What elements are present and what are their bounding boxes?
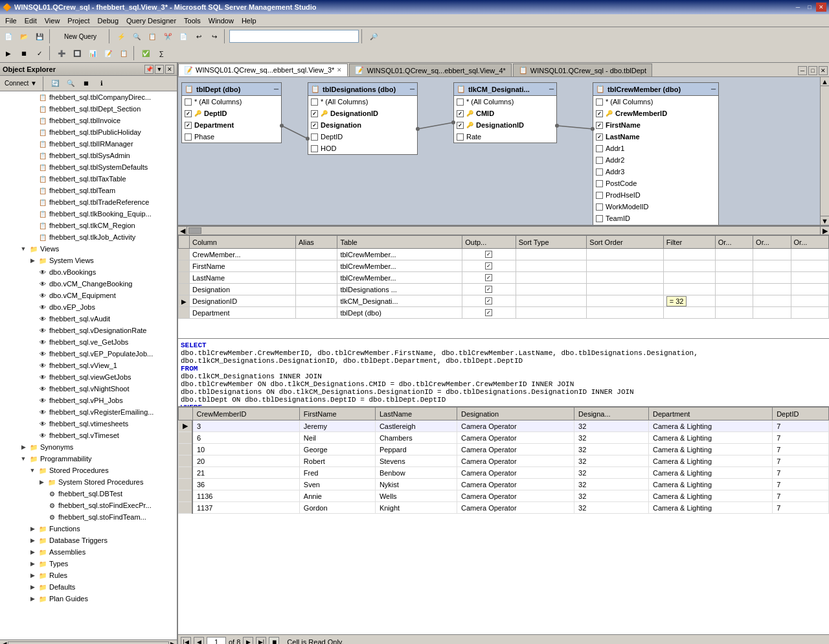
tree-item[interactable]: ⚙fhebbert_sql.stoFindTeam... [0, 511, 177, 523]
cell-lastname[interactable]: Wells [375, 490, 457, 502]
table-close-btn[interactable]: ─ [549, 86, 554, 93]
grid-cell-or1[interactable] [715, 295, 753, 307]
grid-cell-output[interactable] [462, 284, 516, 295]
grid-cell-output[interactable] [462, 295, 516, 307]
tree-item[interactable]: 👁dbo.vCM_Equipment [0, 290, 177, 301]
tree-item[interactable]: ▶📁Types [0, 558, 177, 569]
tree-expander[interactable] [27, 232, 38, 242]
grid-cell-column[interactable]: LastName [190, 272, 296, 284]
grid-cell-table[interactable]: tlkCM_Designati... [337, 295, 462, 307]
tree-item[interactable]: ▶📁System Views [0, 255, 177, 266]
diagram-scroll-left[interactable]: ◀ [178, 226, 187, 235]
cell-crewmemberid[interactable]: 10 [192, 444, 299, 455]
grid-cell-or2[interactable] [753, 295, 791, 307]
grid-cell-alias[interactable] [295, 307, 337, 319]
tree-expander[interactable] [27, 430, 38, 441]
output-checkbox[interactable] [485, 262, 492, 270]
tree-expander[interactable] [27, 337, 38, 347]
table-col-ProdHseID[interactable]: ProdHseID [593, 189, 718, 201]
col-checkbox[interactable] [596, 168, 603, 176]
tree-expander[interactable] [27, 372, 38, 382]
tb-parse-button[interactable]: ✓ [32, 46, 47, 60]
diagram-scroll-right[interactable]: ▶ [820, 226, 829, 235]
tree-expander[interactable] [27, 407, 38, 417]
col-checkbox[interactable] [457, 122, 464, 129]
cell-lastname[interactable]: Benbow [375, 467, 457, 479]
tree-item[interactable]: ▶📁Plan Guides [0, 593, 177, 604]
tree-expander[interactable] [27, 267, 38, 277]
nav-stop-button[interactable]: ⏹ [269, 637, 279, 645]
table-col-WorkModelID[interactable]: WorkModelID [593, 201, 718, 213]
tree-item[interactable]: 👁fhebbert_sql.vRegisterEmailing... [0, 406, 177, 418]
col-checkbox[interactable] [596, 145, 603, 152]
table-col----All-Columns-[interactable]: * (All Columns) [308, 96, 417, 108]
output-checkbox[interactable] [485, 286, 492, 293]
cell-deptid[interactable]: 7 [773, 467, 829, 479]
tree-expander[interactable] [27, 209, 38, 219]
grid-cell-or2[interactable] [753, 307, 791, 319]
grid-cell-or3[interactable] [791, 260, 829, 272]
grid-cell-column[interactable]: DesignationID [190, 295, 296, 307]
tree-item[interactable]: 👁fhebbert_sql.vtimesheets [0, 418, 177, 430]
grid-cell-table[interactable]: tblDesignations ... [337, 284, 462, 295]
diagram-scroll-down[interactable]: ▼ [821, 216, 829, 225]
tree-item[interactable]: 📋fhebbert_sql.tlkCM_Region [0, 220, 177, 231]
col-checkbox[interactable] [596, 98, 603, 106]
tree-expander[interactable]: ▶ [27, 593, 38, 604]
col-checkbox[interactable] [596, 122, 603, 129]
col-checkbox[interactable] [185, 133, 192, 141]
table-col-DeptID[interactable]: 🔑DeptID [182, 108, 281, 119]
grid-cell-filter[interactable]: = 32 [663, 295, 715, 307]
cell-crewmemberid[interactable]: 1136 [192, 490, 299, 502]
tree-item[interactable]: 👁fhebbert_sql.vNightShoot [0, 383, 177, 395]
tree-expander[interactable] [27, 127, 38, 137]
table-col----All-Columns-[interactable]: * (All Columns) [182, 96, 281, 108]
tree-item[interactable]: ▼📁Programmability [0, 453, 177, 465]
grid-cell-table[interactable]: tblDept (dbo) [337, 307, 462, 319]
grid-cell-column[interactable]: CrewMember... [190, 249, 296, 260]
cell-crewmemberid[interactable]: 1137 [192, 502, 299, 514]
tree-item[interactable]: ▶📁Functions [0, 523, 177, 535]
grid-cell-table[interactable]: tblCrewMember... [337, 272, 462, 284]
menu-debug[interactable]: Debug [94, 16, 122, 26]
tree-expander[interactable] [27, 360, 38, 371]
grid-row[interactable]: FirstName tblCrewMember... [179, 260, 829, 272]
tb-btn-10[interactable]: 🔎 [367, 29, 381, 43]
grid-cell-or1[interactable] [715, 249, 753, 260]
cell-lastname[interactable]: Castlereigh [375, 420, 457, 432]
tree-expander[interactable]: ▶ [36, 477, 47, 487]
table-close-btn[interactable]: ─ [410, 86, 414, 93]
grid-cell-alias[interactable] [295, 295, 337, 307]
col-checkbox[interactable] [596, 133, 603, 141]
grid-row[interactable]: LastName tblCrewMember... [179, 272, 829, 284]
grid-cell-output[interactable] [462, 260, 516, 272]
cell-designaid[interactable]: 32 [574, 479, 649, 490]
col-checkbox[interactable] [311, 98, 318, 106]
results-row[interactable]: 1136 Annie Wells Camera Operator 32 Came… [179, 490, 829, 502]
cell-designaid[interactable]: 32 [574, 444, 649, 455]
cell-designation[interactable]: Camera Operator [457, 479, 574, 490]
tb-btn-7[interactable]: 📄 [176, 29, 190, 43]
grid-cell-output[interactable] [462, 307, 516, 319]
grid-cell-sorttype[interactable] [516, 260, 587, 272]
tb-stop-button[interactable]: ⏹ [17, 46, 31, 60]
tree-expander[interactable] [27, 197, 38, 207]
tree-expander[interactable] [36, 512, 47, 522]
tb-btn-6[interactable]: ✂️ [161, 29, 175, 43]
output-checkbox[interactable] [485, 297, 492, 305]
tree-item[interactable]: 📋fhebbert_sql.tblIRManager [0, 138, 177, 150]
cell-lastname[interactable]: Knight [375, 502, 457, 514]
tree-expander[interactable] [27, 150, 38, 161]
tree-expander[interactable] [27, 115, 38, 126]
cell-designation[interactable]: Camera Operator [457, 444, 574, 455]
tab-view3-close[interactable]: ✕ [337, 67, 342, 73]
cell-designaid[interactable]: 32 [574, 455, 649, 467]
tree-item[interactable]: 👁fhebbert_sql.vDesignationRate [0, 325, 177, 336]
table-col-HOD[interactable]: HOD [308, 143, 417, 154]
tree-item[interactable]: ⚙fhebbert_sql.stoFindExecPr... [0, 500, 177, 511]
cell-designation[interactable]: Camera Operator [457, 455, 574, 467]
table-col-LastName[interactable]: LastName [593, 131, 718, 143]
grid-cell-or3[interactable] [791, 272, 829, 284]
tb-save-button[interactable]: 💾 [32, 29, 47, 43]
minimize-button[interactable]: ─ [793, 3, 803, 12]
